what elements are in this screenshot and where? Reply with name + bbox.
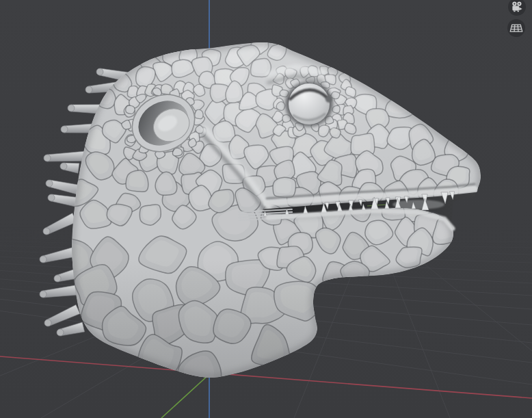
- spike-tip: [40, 256, 46, 263]
- spike-tip: [43, 228, 50, 235]
- spike-tip: [46, 180, 53, 187]
- spike-tip: [61, 126, 68, 133]
- spike-tip: [57, 329, 64, 336]
- spike-tip: [48, 194, 55, 201]
- spike-tip: [85, 86, 92, 93]
- spike-tip: [68, 105, 75, 112]
- scale-highlight: [129, 172, 145, 187]
- 3d-viewport[interactable]: [0, 0, 532, 418]
- near-eye-corner-notch: [325, 96, 332, 103]
- perspective-ortho-toggle[interactable]: [507, 19, 525, 37]
- camera-icon: [508, 0, 526, 16]
- spike-tip: [40, 291, 46, 298]
- spike-tip: [44, 155, 51, 161]
- spike-tip: [44, 319, 51, 326]
- grid-icon: [507, 19, 525, 37]
- model-near-eye: [285, 81, 333, 127]
- viewport-canvas[interactable]: [0, 0, 532, 418]
- spike-tip: [60, 163, 67, 170]
- camera-view-button[interactable]: [508, 0, 526, 16]
- spike-tip: [54, 275, 61, 282]
- spike-tip: [96, 68, 103, 75]
